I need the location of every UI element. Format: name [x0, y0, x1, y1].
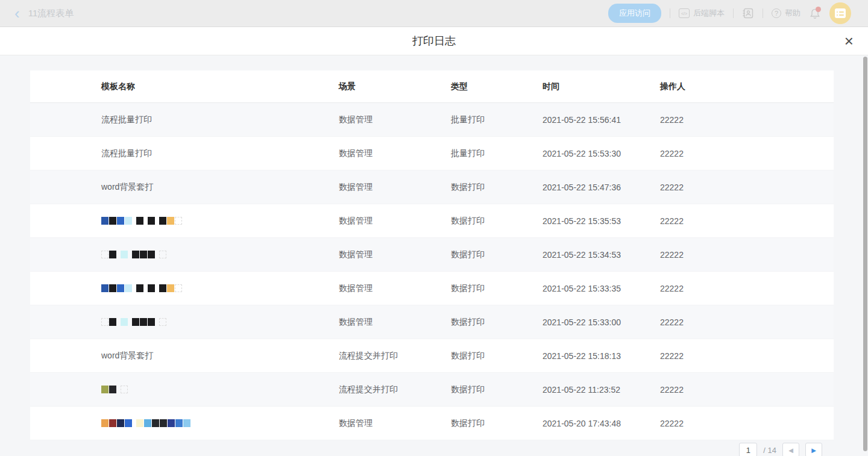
form-icon [835, 8, 846, 18]
cell-template-name [30, 419, 339, 428]
redacted-template-name-blocks [101, 251, 339, 259]
color-block [125, 284, 132, 292]
cell-time: 2021-05-22 15:56:41 [542, 115, 660, 125]
cell-time: 2021-05-22 15:33:35 [542, 284, 660, 293]
color-block [101, 251, 108, 258]
color-block [121, 251, 128, 258]
divider [670, 8, 670, 18]
color-block [133, 284, 136, 292]
cell-scene: 数据管理 [339, 148, 451, 159]
cell-scene: 数据管理 [339, 114, 451, 125]
divider [763, 8, 763, 18]
next-page-button[interactable]: ▶ [805, 443, 822, 456]
color-block [128, 318, 131, 326]
cell-template-name: word背景套打 [30, 182, 339, 193]
cell-operator: 22222 [660, 115, 834, 125]
cell-scene: 数据管理 [339, 182, 451, 193]
color-block [117, 318, 120, 326]
cell-type: 数据打印 [451, 249, 542, 260]
modal-header: 打印日志 × [0, 27, 868, 55]
color-block [160, 419, 167, 427]
app-title: 11流程表单 [28, 8, 74, 19]
cell-operator: 22222 [660, 385, 834, 395]
cell-template-name: 流程批量打印 [30, 148, 339, 159]
color-block [133, 217, 136, 225]
cell-template-name [30, 318, 339, 326]
redacted-template-name-blocks [101, 318, 339, 326]
table-row: word背景套打流程提交并打印数据打印2021-05-22 15:18:1322… [30, 339, 834, 373]
color-block [125, 419, 132, 427]
code-icon: </> [679, 8, 690, 18]
color-block [101, 217, 108, 225]
cell-scene: 数据管理 [339, 283, 451, 294]
table-row: 数据管理数据打印2021-05-22 15:34:5322222 [30, 238, 834, 272]
print-log-modal-body: 模板名称 场景 类型 时间 操作人 流程批量打印数据管理批量打印2021-05-… [0, 55, 868, 456]
column-header-scene: 场景 [339, 81, 451, 92]
scrollbar-thumb[interactable] [863, 57, 867, 451]
redacted-template-name-blocks [101, 284, 339, 293]
cell-scene: 数据管理 [339, 317, 451, 328]
cell-time: 2021-05-20 17:43:48 [542, 419, 660, 428]
contacts-button[interactable] [742, 8, 754, 19]
question-icon: ? [772, 8, 781, 18]
print-log-table: 模板名称 场景 类型 时间 操作人 流程批量打印数据管理批量打印2021-05-… [30, 70, 834, 440]
page-input[interactable] [739, 443, 757, 456]
color-block [183, 419, 190, 427]
table-row: 流程批量打印数据管理批量打印2021-05-22 15:53:3022222 [30, 137, 834, 170]
color-block [144, 217, 147, 225]
column-header-template-name: 模板名称 [30, 81, 339, 92]
close-icon[interactable]: × [844, 35, 854, 47]
cell-type: 批量打印 [451, 148, 542, 159]
table-row: 数据管理数据打印2021-05-22 15:33:3522222 [30, 272, 834, 305]
color-block [159, 217, 166, 225]
redacted-template-name-blocks [101, 419, 339, 428]
color-block [159, 318, 166, 326]
color-block [117, 419, 124, 427]
modal-title: 打印日志 [412, 34, 456, 48]
color-block [156, 251, 159, 258]
cell-scene: 流程提交并打印 [339, 351, 451, 361]
cell-type: 数据打印 [451, 418, 542, 429]
avatar[interactable] [829, 2, 851, 24]
color-block [109, 217, 116, 225]
cell-template-name [30, 251, 339, 259]
color-block [117, 217, 124, 225]
help-label: 帮助 [785, 8, 800, 19]
color-block [148, 318, 155, 326]
cell-time: 2021-05-22 15:18:13 [542, 351, 660, 361]
cell-time: 2021-05-22 15:47:36 [542, 183, 660, 192]
color-block [156, 318, 159, 326]
notifications-button[interactable] [809, 7, 821, 19]
prev-page-button[interactable]: ◀ [782, 443, 799, 456]
cell-type: 数据打印 [451, 384, 542, 395]
app-access-button[interactable]: 应用访问 [608, 4, 661, 23]
color-block [132, 318, 139, 326]
color-block [101, 386, 108, 393]
cell-scene: 流程提交并打印 [339, 384, 451, 395]
help-button[interactable]: ? 帮助 [772, 8, 800, 19]
color-block [117, 251, 120, 258]
table-row: 流程批量打印数据管理批量打印2021-05-22 15:56:4122222 [30, 103, 834, 137]
table-row: word背景套打数据管理数据打印2021-05-22 15:47:3622222 [30, 170, 834, 204]
color-block [140, 251, 147, 258]
color-block [101, 284, 108, 292]
color-block [136, 217, 143, 225]
color-block [136, 419, 143, 427]
backend-script-button[interactable]: </> 后端脚本 [679, 8, 725, 19]
color-block [175, 419, 183, 427]
color-block [156, 217, 159, 225]
color-block [168, 419, 175, 427]
back-icon[interactable]: ‹ [14, 7, 20, 19]
color-block [109, 386, 116, 393]
cell-time: 2021-05-22 15:34:53 [542, 250, 660, 260]
table-body: 流程批量打印数据管理批量打印2021-05-22 15:56:4122222流程… [30, 103, 834, 440]
cell-operator: 22222 [660, 419, 834, 428]
cell-time: 2021-05-22 15:35:53 [542, 216, 660, 226]
cell-template-name: word背景套打 [30, 351, 339, 361]
color-block [148, 284, 155, 292]
cell-operator: 22222 [660, 149, 834, 158]
color-block [109, 284, 116, 292]
color-block [117, 386, 120, 393]
cell-operator: 22222 [660, 250, 834, 260]
column-header-type: 类型 [451, 81, 542, 92]
